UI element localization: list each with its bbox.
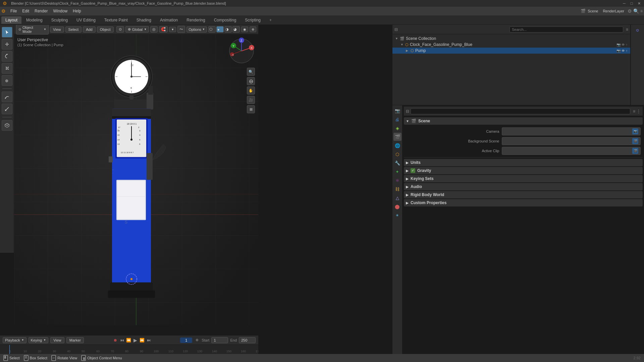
select-menu-btn[interactable]: Select <box>65 26 82 33</box>
tool-measure[interactable] <box>2 104 12 114</box>
tool-rotate[interactable] <box>2 51 12 62</box>
active-clip-value[interactable]: 🎬 <box>502 147 641 155</box>
close-button[interactable]: ✕ <box>637 1 641 6</box>
prop-tab-scene[interactable]: 🎬 <box>393 133 401 141</box>
fps-indicator[interactable]: ⚙ <box>194 338 200 343</box>
window-menu[interactable]: Window <box>50 8 70 14</box>
gravity-section-header[interactable]: ▶ ✓ Gravity <box>404 167 643 174</box>
prop-tab-object[interactable]: ⬡ <box>393 150 401 158</box>
step-back-btn[interactable]: ⏪ <box>126 338 131 343</box>
gizmo-btn[interactable]: ⊕ <box>250 26 256 32</box>
topbar-icon-2[interactable]: 🔍 <box>633 8 639 14</box>
object-menu-btn[interactable]: Object <box>97 26 114 33</box>
background-scene-value[interactable]: 🎬 <box>502 137 641 145</box>
clock-face-expand-icon[interactable]: ▼ <box>400 43 404 46</box>
timeline-view-btn[interactable]: View <box>50 337 64 343</box>
overlay-btn[interactable]: ◉ <box>241 26 248 32</box>
tab-texture-paint[interactable]: Texture Paint <box>100 16 132 24</box>
pivot-dropdown[interactable]: ⊙ <box>116 26 124 33</box>
keying-sets-section-header[interactable]: ▶ Keying Sets <box>404 175 643 182</box>
properties-search[interactable] <box>411 108 630 114</box>
pump-expand-icon[interactable]: ▶ <box>406 49 409 52</box>
outliner-search[interactable] <box>509 26 623 33</box>
render-region-btn[interactable]: ⊞ <box>247 105 255 113</box>
zoom-in-btn[interactable]: 🔍 <box>247 68 255 76</box>
tool-add-cube[interactable] <box>2 120 12 131</box>
scene-section-header[interactable]: ▼ 🎬 Scene <box>404 117 643 125</box>
rigid-body-world-section-header[interactable]: ▶ Rigid Body World <box>404 191 643 198</box>
record-btn[interactable]: ⏺ <box>113 338 118 343</box>
keying-dropdown[interactable]: Keying ▼ <box>29 337 49 343</box>
pan-btn[interactable]: ✋ <box>247 86 255 95</box>
tab-animation[interactable]: Animation <box>156 16 182 24</box>
gravity-checkbox[interactable]: ✓ <box>411 168 415 173</box>
play-btn[interactable]: ▶ <box>133 338 138 343</box>
render-layer-label[interactable]: RenderLayer <box>603 9 624 13</box>
current-frame-input[interactable]: 1 <box>180 338 192 343</box>
tab-modeling[interactable]: Modeling <box>22 16 47 24</box>
prop-tab-modifier[interactable]: 🔧 <box>393 159 401 167</box>
tab-compositing[interactable]: Compositing <box>210 16 240 24</box>
render-menu[interactable]: Render <box>32 8 50 14</box>
active-clip-pick-icon[interactable]: 🎬 <box>632 148 638 154</box>
material-btn[interactable]: ◑ <box>224 26 232 33</box>
prop-tab-particles[interactable]: ✦ <box>393 168 401 176</box>
zoom-out-btn[interactable]: ⊖ <box>247 77 255 85</box>
bg-scene-pick-icon[interactable]: 🎬 <box>632 138 638 144</box>
minimize-button[interactable]: ─ <box>622 1 627 6</box>
tool-annotate[interactable] <box>2 92 12 102</box>
tab-rendering[interactable]: Rendering <box>182 16 209 24</box>
eye-visibility-icon[interactable]: 👁 <box>622 43 625 47</box>
prop-tab-shaderfx[interactable]: ✴ <box>393 211 401 219</box>
maximize-button[interactable]: □ <box>629 1 634 6</box>
pump-eye-icon[interactable]: 👁 <box>622 49 625 53</box>
properties-filter-icon[interactable]: ≡ <box>633 109 635 114</box>
object-mode-dropdown[interactable]: ⊙ Object Mode ▼ <box>16 24 49 35</box>
camera-pick-icon[interactable]: 📷 <box>632 128 638 134</box>
prop-tab-material[interactable]: ⬤ <box>393 202 401 210</box>
proportional-edit-btn[interactable]: ◎ <box>150 26 158 33</box>
scene-selector-label[interactable]: Scene <box>588 9 598 13</box>
camera-view-btn[interactable]: 🎥 <box>247 96 255 104</box>
tab-scripting[interactable]: Scripting <box>241 16 265 24</box>
tool-transform[interactable]: ⊕ <box>2 75 12 86</box>
help-menu[interactable]: Help <box>70 8 84 14</box>
edit-menu[interactable]: Edit <box>19 8 32 14</box>
end-frame-input[interactable]: 250 <box>239 337 256 343</box>
transform-dropdown[interactable]: ⊕ Global ▼ <box>125 26 149 33</box>
snap-btn[interactable]: 🧲 <box>159 26 168 33</box>
rendered-btn[interactable]: ◕ <box>232 26 240 33</box>
frame-ruler[interactable]: 1 10 20 30 40 50 60 70 80 90 100 110 120… <box>0 345 258 354</box>
topbar-icon-1[interactable]: ⚙ <box>628 8 632 14</box>
pump-camera-icon[interactable]: 📷 <box>616 49 621 53</box>
prop-tab-objectdata[interactable]: △ <box>393 194 401 202</box>
solid-btn[interactable]: ● <box>216 26 224 33</box>
pump-select-icon[interactable]: ↑ <box>626 49 628 53</box>
blender-menu-icon[interactable]: ⚙ <box>1 8 6 14</box>
add-menu-btn[interactable]: Add <box>83 26 96 33</box>
tool-cursor[interactable] <box>2 27 12 38</box>
tab-add[interactable]: + <box>265 16 276 24</box>
prop-tab-world[interactable]: 🌐 <box>393 141 401 149</box>
audio-section-header[interactable]: ▶ Audio <box>404 183 643 190</box>
scene-icon-btn[interactable]: ⊙ <box>634 26 642 34</box>
outliner-filter-icon[interactable]: ≡ <box>626 27 628 32</box>
camera-value[interactable]: 📷 <box>502 127 641 135</box>
pump-item[interactable]: ▶ ⬡ Pump 📷 👁 ↑ <box>392 48 630 54</box>
wireframe-btn[interactable]: ⬡ <box>208 26 216 33</box>
units-section-header[interactable]: ▶ Units <box>404 159 643 166</box>
snap-options-btn[interactable]: ▼ <box>169 27 176 32</box>
scene-collection-expand-icon[interactable]: ▼ <box>395 37 398 40</box>
jump-end-btn[interactable]: ⏭ <box>146 338 152 343</box>
tool-scale[interactable] <box>2 63 12 74</box>
tab-sculpting[interactable]: Sculpting <box>47 16 72 24</box>
custom-props-section-header[interactable]: ▶ Custom Properties <box>404 199 643 206</box>
navigation-gizmo[interactable]: X -X Y Z <box>228 38 255 64</box>
step-forward-btn[interactable]: ⏩ <box>140 338 145 343</box>
jump-start-btn[interactable]: ⏮ <box>119 338 125 343</box>
tab-shading[interactable]: Shading <box>132 16 155 24</box>
tool-move[interactable]: ✛ <box>2 39 12 50</box>
view-menu-btn[interactable]: View <box>50 26 64 33</box>
select-visibility-icon[interactable]: ↑ <box>626 43 628 47</box>
start-frame-input[interactable]: 1 <box>211 337 228 343</box>
